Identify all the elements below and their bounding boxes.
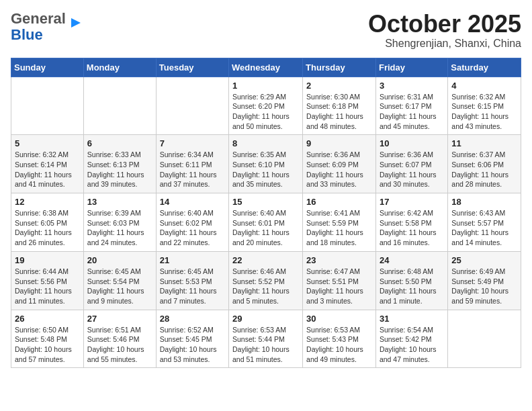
day-number: 18 <box>451 197 517 207</box>
title-area: October 2025 Shengrenjian, Shanxi, China <box>368 11 521 50</box>
calendar-cell <box>11 77 84 135</box>
calendar-cell: 10Sunrise: 6:36 AM Sunset: 6:07 PM Dayli… <box>375 135 447 193</box>
day-info: Sunrise: 6:37 AM Sunset: 6:06 PM Dayligh… <box>451 150 517 189</box>
calendar-cell: 14Sunrise: 6:40 AM Sunset: 6:02 PM Dayli… <box>156 193 228 252</box>
calendar-cell <box>83 77 156 135</box>
calendar-cell: 3Sunrise: 6:31 AM Sunset: 6:17 PM Daylig… <box>375 77 447 135</box>
day-info: Sunrise: 6:38 AM Sunset: 6:05 PM Dayligh… <box>15 208 80 248</box>
day-number: 12 <box>15 197 80 207</box>
day-info: Sunrise: 6:34 AM Sunset: 6:11 PM Dayligh… <box>160 150 225 189</box>
day-info: Sunrise: 6:42 AM Sunset: 5:58 PM Dayligh… <box>380 208 444 248</box>
calendar-cell: 22Sunrise: 6:46 AM Sunset: 5:52 PM Dayli… <box>229 251 303 310</box>
logo-blue-text: Blue <box>11 26 43 43</box>
calendar-cell: 9Sunrise: 6:36 AM Sunset: 6:09 PM Daylig… <box>303 135 376 193</box>
day-info: Sunrise: 6:44 AM Sunset: 5:56 PM Dayligh… <box>15 267 80 306</box>
logo: General Blue <box>11 11 83 43</box>
day-number: 10 <box>380 138 444 148</box>
day-number: 19 <box>15 255 80 265</box>
calendar-week-row: 5Sunrise: 6:32 AM Sunset: 6:14 PM Daylig… <box>11 135 521 193</box>
calendar-cell: 16Sunrise: 6:41 AM Sunset: 5:59 PM Dayli… <box>303 193 376 252</box>
day-number: 11 <box>451 138 517 148</box>
day-info: Sunrise: 6:52 AM Sunset: 5:45 PM Dayligh… <box>160 325 225 365</box>
day-info: Sunrise: 6:53 AM Sunset: 5:44 PM Dayligh… <box>232 325 299 365</box>
weekday-header-thursday: Thursday <box>303 58 376 77</box>
day-number: 24 <box>380 255 444 265</box>
day-info: Sunrise: 6:40 AM Sunset: 6:01 PM Dayligh… <box>232 208 299 248</box>
calendar-cell: 29Sunrise: 6:53 AM Sunset: 5:44 PM Dayli… <box>229 310 303 368</box>
calendar-cell <box>448 310 521 368</box>
calendar-cell <box>156 77 228 135</box>
calendar-cell: 20Sunrise: 6:45 AM Sunset: 5:54 PM Dayli… <box>83 251 156 310</box>
calendar-cell: 15Sunrise: 6:40 AM Sunset: 6:01 PM Dayli… <box>229 193 303 252</box>
day-info: Sunrise: 6:32 AM Sunset: 6:15 PM Dayligh… <box>451 92 517 132</box>
day-number: 6 <box>87 138 152 148</box>
logo-arrow-icon <box>69 15 83 30</box>
calendar-week-row: 1Sunrise: 6:29 AM Sunset: 6:20 PM Daylig… <box>11 77 521 135</box>
calendar-cell: 7Sunrise: 6:34 AM Sunset: 6:11 PM Daylig… <box>156 135 228 193</box>
day-number: 9 <box>306 138 372 148</box>
day-info: Sunrise: 6:32 AM Sunset: 6:14 PM Dayligh… <box>15 150 80 189</box>
day-info: Sunrise: 6:49 AM Sunset: 5:49 PM Dayligh… <box>451 267 517 306</box>
weekday-header-sunday: Sunday <box>11 58 84 77</box>
day-info: Sunrise: 6:36 AM Sunset: 6:09 PM Dayligh… <box>306 150 372 189</box>
day-info: Sunrise: 6:48 AM Sunset: 5:50 PM Dayligh… <box>380 267 444 306</box>
calendar-cell: 18Sunrise: 6:43 AM Sunset: 5:57 PM Dayli… <box>448 193 521 252</box>
day-info: Sunrise: 6:33 AM Sunset: 6:13 PM Dayligh… <box>87 150 152 189</box>
day-info: Sunrise: 6:45 AM Sunset: 5:53 PM Dayligh… <box>160 267 225 306</box>
day-number: 28 <box>160 314 225 324</box>
day-number: 4 <box>451 81 517 91</box>
month-title: October 2025 <box>368 11 521 38</box>
weekday-header-tuesday: Tuesday <box>156 58 228 77</box>
calendar-cell: 12Sunrise: 6:38 AM Sunset: 6:05 PM Dayli… <box>11 193 84 252</box>
calendar-week-row: 26Sunrise: 6:50 AM Sunset: 5:48 PM Dayli… <box>11 310 521 368</box>
day-number: 21 <box>160 255 225 265</box>
day-info: Sunrise: 6:36 AM Sunset: 6:07 PM Dayligh… <box>380 150 444 189</box>
calendar-cell: 30Sunrise: 6:53 AM Sunset: 5:43 PM Dayli… <box>303 310 376 368</box>
calendar-cell: 5Sunrise: 6:32 AM Sunset: 6:14 PM Daylig… <box>11 135 84 193</box>
svg-marker-0 <box>71 18 81 28</box>
day-info: Sunrise: 6:39 AM Sunset: 6:03 PM Dayligh… <box>87 208 152 248</box>
day-number: 8 <box>232 138 299 148</box>
calendar-cell: 27Sunrise: 6:51 AM Sunset: 5:46 PM Dayli… <box>83 310 156 368</box>
logo-general-text: General <box>11 10 66 27</box>
calendar-cell: 11Sunrise: 6:37 AM Sunset: 6:06 PM Dayli… <box>448 135 521 193</box>
day-number: 23 <box>306 255 372 265</box>
calendar-table: SundayMondayTuesdayWednesdayThursdayFrid… <box>11 58 521 369</box>
calendar-week-row: 19Sunrise: 6:44 AM Sunset: 5:56 PM Dayli… <box>11 251 521 310</box>
day-number: 3 <box>380 81 444 91</box>
day-info: Sunrise: 6:43 AM Sunset: 5:57 PM Dayligh… <box>451 208 517 248</box>
day-info: Sunrise: 6:30 AM Sunset: 6:18 PM Dayligh… <box>306 92 372 132</box>
calendar-cell: 8Sunrise: 6:35 AM Sunset: 6:10 PM Daylig… <box>229 135 303 193</box>
day-info: Sunrise: 6:46 AM Sunset: 5:52 PM Dayligh… <box>232 267 299 306</box>
day-number: 27 <box>87 314 152 324</box>
calendar-cell: 6Sunrise: 6:33 AM Sunset: 6:13 PM Daylig… <box>83 135 156 193</box>
day-number: 29 <box>232 314 299 324</box>
day-info: Sunrise: 6:47 AM Sunset: 5:51 PM Dayligh… <box>306 267 372 306</box>
day-number: 30 <box>306 314 372 324</box>
day-info: Sunrise: 6:51 AM Sunset: 5:46 PM Dayligh… <box>87 325 152 365</box>
calendar-cell: 24Sunrise: 6:48 AM Sunset: 5:50 PM Dayli… <box>375 251 447 310</box>
day-info: Sunrise: 6:35 AM Sunset: 6:10 PM Dayligh… <box>232 150 299 189</box>
day-info: Sunrise: 6:31 AM Sunset: 6:17 PM Dayligh… <box>380 92 444 132</box>
day-info: Sunrise: 6:41 AM Sunset: 5:59 PM Dayligh… <box>306 208 372 248</box>
day-number: 26 <box>15 314 80 324</box>
calendar-cell: 26Sunrise: 6:50 AM Sunset: 5:48 PM Dayli… <box>11 310 84 368</box>
day-info: Sunrise: 6:54 AM Sunset: 5:42 PM Dayligh… <box>380 325 444 365</box>
calendar-cell: 23Sunrise: 6:47 AM Sunset: 5:51 PM Dayli… <box>303 251 376 310</box>
calendar-cell: 28Sunrise: 6:52 AM Sunset: 5:45 PM Dayli… <box>156 310 228 368</box>
day-number: 13 <box>87 197 152 207</box>
weekday-header-friday: Friday <box>375 58 447 77</box>
day-number: 31 <box>380 314 444 324</box>
day-number: 7 <box>160 138 225 148</box>
calendar-cell: 31Sunrise: 6:54 AM Sunset: 5:42 PM Dayli… <box>375 310 447 368</box>
calendar-cell: 21Sunrise: 6:45 AM Sunset: 5:53 PM Dayli… <box>156 251 228 310</box>
calendar-cell: 17Sunrise: 6:42 AM Sunset: 5:58 PM Dayli… <box>375 193 447 252</box>
weekday-header-monday: Monday <box>83 58 156 77</box>
day-number: 17 <box>380 197 444 207</box>
day-info: Sunrise: 6:29 AM Sunset: 6:20 PM Dayligh… <box>232 92 299 132</box>
calendar-cell: 25Sunrise: 6:49 AM Sunset: 5:49 PM Dayli… <box>448 251 521 310</box>
weekday-header-wednesday: Wednesday <box>229 58 303 77</box>
day-number: 14 <box>160 197 225 207</box>
day-info: Sunrise: 6:53 AM Sunset: 5:43 PM Dayligh… <box>306 325 372 365</box>
day-number: 20 <box>87 255 152 265</box>
